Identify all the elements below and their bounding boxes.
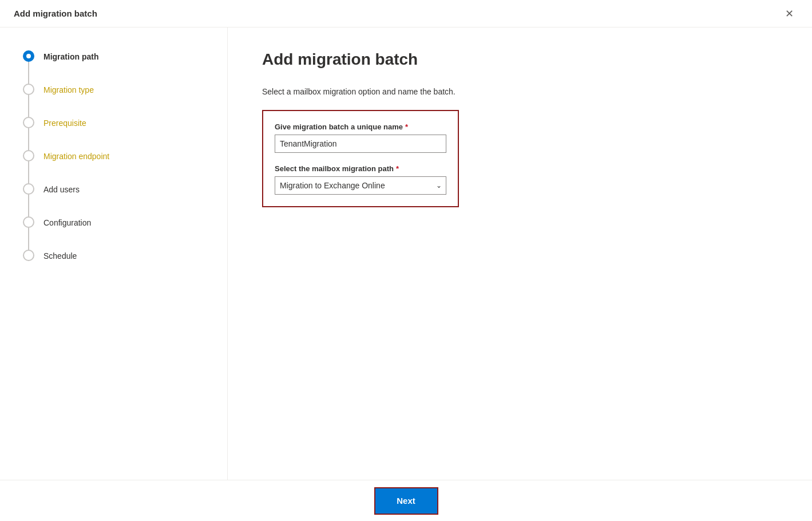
step-circle-migration-type bbox=[23, 84, 34, 95]
batch-name-required: * bbox=[405, 123, 408, 131]
footer: Next bbox=[0, 480, 812, 521]
migration-path-select[interactable]: Migration to Exchange Online Migration f… bbox=[275, 176, 446, 195]
sidebar: Migration path Migration type Prerequisi… bbox=[0, 27, 228, 480]
step-label-schedule: Schedule bbox=[43, 250, 77, 262]
migration-path-field-group: Select the mailbox migration path * Migr… bbox=[275, 164, 446, 195]
step-circle-migration-endpoint bbox=[23, 150, 34, 161]
step-line-1 bbox=[28, 62, 29, 84]
sidebar-item-migration-endpoint[interactable]: Migration endpoint bbox=[23, 150, 227, 183]
migration-path-label: Select the mailbox migration path * bbox=[275, 164, 446, 173]
step-label-migration-path: Migration path bbox=[43, 50, 98, 62]
next-button[interactable]: Next bbox=[374, 487, 438, 515]
sidebar-item-add-users[interactable]: Add users bbox=[23, 183, 227, 216]
content-area: Add migration batch Select a mailbox mig… bbox=[228, 27, 812, 480]
step-circle-migration-path bbox=[23, 50, 34, 62]
batch-name-label: Give migration batch a unique name * bbox=[275, 123, 446, 131]
batch-name-field-group: Give migration batch a unique name * bbox=[275, 123, 446, 153]
step-line-2 bbox=[28, 95, 29, 117]
step-line-6 bbox=[28, 228, 29, 250]
step-line-4 bbox=[28, 161, 29, 183]
batch-name-input[interactable] bbox=[275, 135, 446, 153]
step-circle-add-users bbox=[23, 183, 34, 195]
step-line-5 bbox=[28, 195, 29, 216]
sidebar-item-migration-path[interactable]: Migration path bbox=[23, 50, 227, 84]
step-circle-schedule bbox=[23, 250, 34, 261]
sidebar-item-migration-type[interactable]: Migration type bbox=[23, 84, 227, 117]
main-layout: Migration path Migration type Prerequisi… bbox=[0, 27, 812, 480]
migration-path-select-wrapper: Migration to Exchange Online Migration f… bbox=[275, 176, 446, 195]
step-line-3 bbox=[28, 128, 29, 150]
sidebar-item-prerequisite[interactable]: Prerequisite bbox=[23, 117, 227, 150]
sidebar-item-schedule[interactable]: Schedule bbox=[23, 250, 227, 262]
sidebar-item-configuration[interactable]: Configuration bbox=[23, 216, 227, 250]
step-circle-configuration bbox=[23, 216, 34, 228]
step-label-migration-type: Migration type bbox=[43, 84, 94, 96]
dialog-header: Add migration batch ✕ bbox=[0, 0, 812, 27]
close-button[interactable]: ✕ bbox=[780, 5, 798, 23]
step-circle-prerequisite bbox=[23, 117, 34, 128]
step-label-add-users: Add users bbox=[43, 183, 80, 195]
dialog-title: Add migration batch bbox=[14, 9, 97, 18]
step-label-prerequisite: Prerequisite bbox=[43, 117, 86, 129]
page-subtitle: Select a mailbox migration option and na… bbox=[262, 87, 778, 96]
page-title: Add migration batch bbox=[262, 50, 778, 69]
form-card: Give migration batch a unique name * Sel… bbox=[262, 110, 459, 207]
migration-path-required: * bbox=[396, 164, 399, 173]
step-label-migration-endpoint: Migration endpoint bbox=[43, 150, 109, 162]
step-label-configuration: Configuration bbox=[43, 216, 91, 228]
